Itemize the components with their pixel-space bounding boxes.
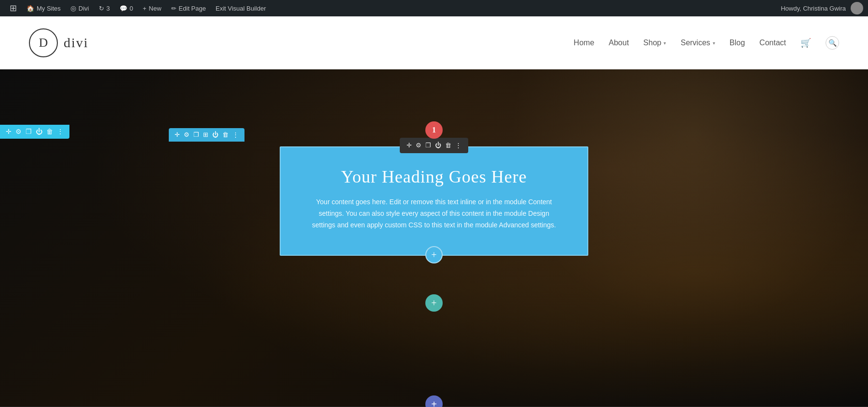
nav-shop[interactable]: Shop ▾	[643, 39, 666, 47]
section-power-icon[interactable]: ⏻	[212, 131, 218, 139]
nav-services[interactable]: Services ▾	[680, 39, 715, 47]
blue-section: ✛ ⚙ ❐ ⏻ 🗑 ⋮ Your Heading Goes Here Your …	[280, 146, 588, 256]
my-sites-item[interactable]: 🏠 My Sites	[22, 0, 66, 16]
module-toolbar: ✛ ⚙ ❐ ⏻ 🗑 ⋮	[400, 138, 468, 153]
wp-icon-item[interactable]: ⊞	[5, 0, 22, 16]
comments-item[interactable]: 💬 0	[115, 0, 138, 16]
plus-icon: +	[431, 298, 436, 309]
add-section-button[interactable]: +	[425, 395, 443, 407]
module-settings-icon[interactable]: ⚙	[416, 142, 421, 149]
exit-builder-item[interactable]: Exit Visual Builder	[211, 0, 271, 16]
blue-module-container: ✛ ⚙ ❐ ⊞ ⏻ 🗑 ⋮ 1 ✛ ⚙	[0, 146, 868, 256]
wp-icon: ⊞	[10, 3, 17, 13]
updates-count: 3	[107, 5, 110, 12]
nav-about[interactable]: About	[609, 39, 629, 47]
badge-number: 1	[432, 126, 436, 134]
section-toolbar: ✛ ⚙ ❐ ⊞ ⏻ 🗑 ⋮	[169, 128, 244, 142]
home-icon: 🏠	[27, 5, 34, 12]
site-logo: D divi	[29, 28, 89, 57]
module-heading[interactable]: Your Heading Goes Here	[310, 167, 558, 187]
services-dropdown-arrow: ▾	[713, 40, 715, 46]
plus-icon: +	[431, 249, 436, 261]
row-more-icon[interactable]: ⋮	[57, 128, 64, 136]
blue-module-wrapper: ✛ ⚙ ❐ ⊞ ⏻ 🗑 ⋮ 1 ✛ ⚙	[169, 146, 699, 256]
section-move-icon[interactable]: ✛	[175, 131, 180, 139]
exit-builder-label: Exit Visual Builder	[216, 5, 266, 12]
section-more-icon[interactable]: ⋮	[232, 131, 239, 139]
section-clone-icon[interactable]: ❐	[193, 131, 199, 139]
new-label: New	[149, 5, 162, 12]
module-power-icon[interactable]: ⏻	[435, 142, 441, 149]
comments-count: 0	[130, 5, 133, 12]
logo-text: divi	[64, 35, 89, 51]
plus-icon: +	[143, 5, 147, 12]
section-badge: 1	[425, 121, 443, 139]
module-trash-icon[interactable]: 🗑	[445, 142, 451, 149]
row-power-icon[interactable]: ⏻	[36, 128, 42, 136]
row-trash-icon[interactable]: 🗑	[46, 128, 53, 136]
module-move-icon[interactable]: ✛	[407, 142, 412, 149]
divi-item[interactable]: ◎ Divi	[66, 0, 94, 16]
search-button[interactable]: 🔍	[826, 36, 839, 50]
row-toolbar-top: ✛ ⚙ ❐ ⏻ 🗑 ⋮	[0, 125, 69, 139]
hero-content: ✛ ⚙ ❐ ⊞ ⏻ 🗑 ⋮ 1 ✛ ⚙	[0, 69, 868, 312]
row-settings-icon[interactable]: ⚙	[15, 128, 22, 136]
add-row-area: +	[425, 275, 443, 312]
module-text[interactable]: Your content goes here. Edit or remove t…	[310, 197, 558, 231]
nav-blog[interactable]: Blog	[730, 39, 745, 47]
row-clone-icon[interactable]: ❐	[26, 128, 32, 136]
my-sites-label: My Sites	[37, 5, 61, 12]
logo-letter: D	[39, 36, 48, 50]
section-trash-icon[interactable]: 🗑	[222, 131, 229, 139]
updates-icon: ↻	[99, 5, 104, 12]
edit-page-label: Edit Page	[179, 5, 206, 12]
new-item[interactable]: + New	[138, 0, 166, 16]
logo-circle: D	[29, 28, 58, 57]
search-icon: 🔍	[828, 39, 837, 47]
avatar	[851, 2, 863, 14]
module-more-icon[interactable]: ⋮	[455, 142, 461, 149]
bottom-floating-buttons: + •••	[423, 395, 445, 407]
howdy-label: Howdy, Christina Gwira	[781, 5, 846, 12]
site-header: D divi Home About Shop ▾ Services ▾ Blog…	[0, 16, 868, 69]
module-clone-icon[interactable]: ❐	[425, 142, 431, 149]
admin-bar-left: ⊞ 🏠 My Sites ◎ Divi ↻ 3 💬 0 + New ✏ Edit…	[5, 0, 781, 16]
pencil-icon: ✏	[171, 5, 176, 12]
cart-icon[interactable]: 🛒	[800, 38, 811, 48]
nav-contact[interactable]: Contact	[760, 39, 786, 47]
edit-page-item[interactable]: ✏ Edit Page	[166, 0, 211, 16]
section-columns-icon[interactable]: ⊞	[203, 131, 208, 139]
divi-label: Divi	[79, 5, 89, 12]
section-settings-icon[interactable]: ⚙	[184, 131, 190, 139]
updates-item[interactable]: ↻ 3	[94, 0, 115, 16]
row-move-icon[interactable]: ✛	[6, 128, 12, 136]
admin-bar: ⊞ 🏠 My Sites ◎ Divi ↻ 3 💬 0 + New ✏ Edit…	[0, 0, 868, 16]
comments-icon: 💬	[120, 5, 127, 12]
nav-home[interactable]: Home	[574, 39, 595, 47]
add-module-button[interactable]: +	[425, 246, 443, 263]
shop-dropdown-arrow: ▾	[664, 40, 666, 46]
admin-bar-right: Howdy, Christina Gwira	[781, 2, 863, 14]
site-nav: Home About Shop ▾ Services ▾ Blog Contac…	[574, 36, 839, 50]
add-row-button[interactable]: +	[425, 294, 443, 312]
plus-icon: +	[431, 399, 437, 407]
hero-section: ✛ ⚙ ❐ ⏻ 🗑 ⋮ ✛ ⚙ ❐ ⊞ ⏻ 🗑 ⋮	[0, 69, 868, 407]
divi-logo-icon: ◎	[70, 4, 76, 12]
